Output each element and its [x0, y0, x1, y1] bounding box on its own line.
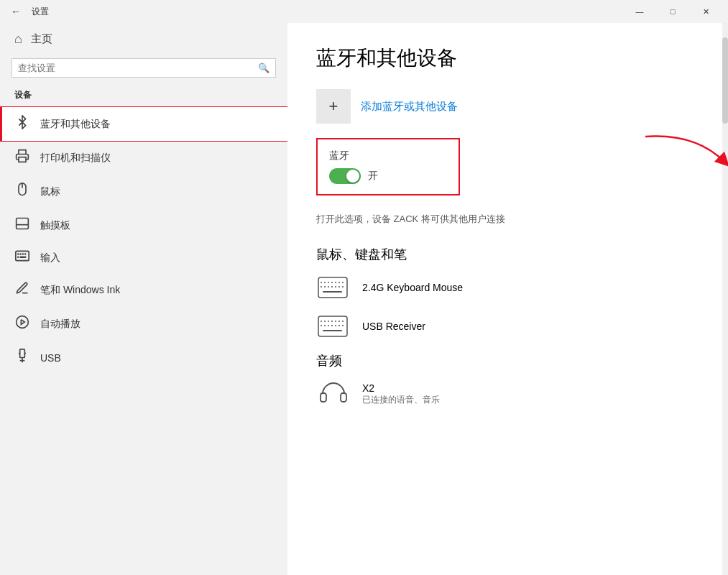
printers-icon — [14, 149, 30, 167]
device-name-usb-receiver: USB Receiver — [362, 321, 425, 332]
svg-rect-5 — [16, 251, 29, 260]
device-item-usb-receiver: USB Receiver — [316, 313, 699, 339]
pen-icon — [14, 281, 30, 299]
sidebar-item-bluetooth-label: 蓝牙和其他设备 — [40, 118, 111, 131]
sidebar-item-autoplay-label: 自动播放 — [40, 318, 80, 331]
sidebar-item-printers[interactable]: 打印机和扫描仪 — [0, 141, 287, 175]
usb-receiver-icon-box — [316, 313, 351, 339]
scrollbar-track[interactable] — [722, 23, 728, 575]
sidebar-item-pen-label: 笔和 Windows Ink — [40, 284, 120, 297]
keyboard-mouse-icon — [318, 277, 349, 298]
device-name-keyboard-mouse: 2.4G Keyboard Mouse — [362, 282, 463, 293]
svg-rect-0 — [19, 157, 26, 162]
svg-point-13 — [17, 316, 29, 328]
add-device-button[interactable]: + 添加蓝牙或其他设备 — [316, 89, 699, 124]
sidebar-item-mouse[interactable]: 鼠标 — [0, 175, 287, 208]
device-status-x2: 已连接的语音、音乐 — [362, 394, 440, 406]
touchpad-icon — [14, 216, 30, 234]
sidebar-item-bluetooth[interactable]: 蓝牙和其他设备 — [0, 107, 287, 141]
sidebar-item-printers-label: 打印机和扫描仪 — [40, 152, 111, 165]
svg-rect-51 — [321, 393, 326, 402]
toggle-on-label: 开 — [368, 170, 378, 183]
bluetooth-section: 蓝牙 开 — [316, 138, 460, 196]
x2-icon-box — [316, 381, 351, 407]
sidebar-section-label: 设备 — [0, 86, 287, 107]
autoplay-icon — [14, 315, 30, 333]
main-container: ⌂ 主页 🔍 设备 蓝牙和其他设备 打印机和扫描仪 — [0, 23, 728, 575]
device-info-x2: X2 已连接的语音、音乐 — [362, 382, 440, 406]
usb-icon — [14, 349, 30, 367]
audio-heading: 音频 — [316, 352, 699, 369]
device-item-keyboard-mouse: 2.4G Keyboard Mouse — [316, 275, 699, 300]
device-name-x2: X2 — [362, 382, 440, 394]
headphone-icon — [319, 381, 348, 407]
device-item-x2: X2 已连接的语音、音乐 — [316, 381, 699, 407]
search-box: 🔍 — [11, 58, 276, 78]
bluetooth-label: 蓝牙 — [329, 150, 447, 162]
sidebar-item-autoplay[interactable]: 自动播放 — [0, 307, 287, 341]
bluetooth-toggle[interactable] — [329, 168, 361, 184]
maximize-button[interactable]: □ — [656, 0, 689, 23]
titlebar: ← 设置 — □ ✕ — [0, 0, 728, 23]
bluetooth-icon — [14, 115, 30, 133]
search-icon: 🔍 — [258, 63, 269, 73]
home-icon: ⌂ — [14, 32, 22, 47]
search-input[interactable] — [18, 63, 258, 73]
svg-rect-52 — [341, 393, 346, 402]
back-button[interactable]: ← — [6, 1, 26, 22]
usb-receiver-icon — [318, 316, 349, 337]
toggle-knob — [346, 170, 359, 183]
bluetooth-description: 打开此选项，设备 ZACK 将可供其他用户连接 — [316, 213, 699, 226]
titlebar-controls: — □ ✕ — [623, 0, 722, 23]
scrollbar-thumb[interactable] — [722, 37, 728, 124]
device-info-usb-receiver: USB Receiver — [362, 321, 425, 332]
sidebar-home-label: 主页 — [31, 32, 52, 46]
titlebar-left: ← 设置 — [6, 1, 49, 22]
annotation-arrow — [638, 129, 728, 172]
sidebar-item-home[interactable]: ⌂ 主页 — [0, 23, 287, 55]
mouse-keyboard-heading: 鼠标、键盘和笔 — [316, 246, 699, 263]
close-button[interactable]: ✕ — [689, 0, 722, 23]
keyboard-mouse-icon-box — [316, 275, 351, 300]
sidebar-item-usb-label: USB — [40, 352, 61, 364]
add-device-label: 添加蓝牙或其他设备 — [361, 100, 458, 114]
page-title: 蓝牙和其他设备 — [316, 45, 699, 72]
mouse-icon — [14, 183, 30, 201]
minimize-button[interactable]: — — [623, 0, 656, 23]
sidebar-item-usb[interactable]: USB — [0, 341, 287, 374]
device-info-keyboard-mouse: 2.4G Keyboard Mouse — [362, 282, 463, 293]
sidebar-item-touchpad-label: 触摸板 — [40, 219, 70, 232]
sidebar-item-mouse-label: 鼠标 — [40, 185, 60, 198]
add-device-plus-icon[interactable]: + — [316, 89, 351, 124]
sidebar-item-touchpad[interactable]: 触摸板 — [0, 208, 287, 242]
sidebar-item-pen[interactable]: 笔和 Windows Ink — [0, 273, 287, 307]
titlebar-title: 设置 — [32, 6, 49, 18]
content-area: 蓝牙和其他设备 + 添加蓝牙或其他设备 蓝牙 开 打开此 — [287, 23, 728, 575]
svg-rect-3 — [17, 218, 29, 229]
input-icon — [14, 250, 30, 265]
sidebar-item-input-label: 输入 — [40, 252, 60, 264]
sidebar: ⌂ 主页 🔍 设备 蓝牙和其他设备 打印机和扫描仪 — [0, 23, 287, 575]
svg-rect-14 — [20, 349, 25, 358]
bluetooth-toggle-row: 开 — [329, 168, 447, 184]
sidebar-item-input[interactable]: 输入 — [0, 242, 287, 273]
